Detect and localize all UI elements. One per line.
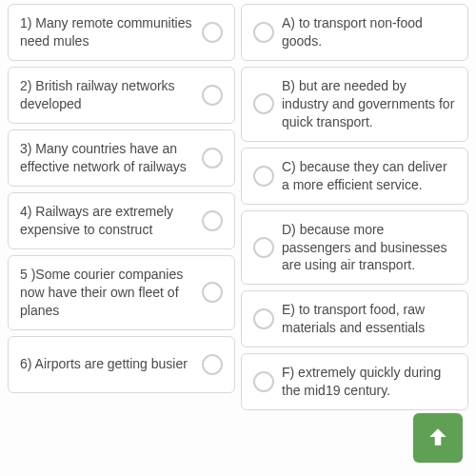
left-item-2: 2) British railway networks developed — [8, 67, 235, 124]
left-text: 5 )Some courier companies now have their… — [20, 266, 194, 320]
radio-left-2[interactable] — [202, 85, 223, 106]
radio-right-E[interactable] — [253, 308, 274, 329]
radio-right-F[interactable] — [253, 371, 274, 392]
radio-left-3[interactable] — [202, 148, 223, 169]
right-text: E) to transport food, raw materials and … — [282, 301, 456, 337]
right-item-B: B) but are needed by industry and govern… — [241, 67, 468, 142]
radio-right-C[interactable] — [253, 166, 274, 187]
right-text: F) extremely quickly during the mid19 ce… — [282, 364, 456, 400]
left-item-1: 1) Many remote communities need mules — [8, 4, 235, 61]
right-item-A: A) to transport non-food goods. — [241, 4, 468, 61]
right-item-E: E) to transport food, raw materials and … — [241, 290, 468, 347]
left-text: 1) Many remote communities need mules — [20, 14, 194, 50]
left-column: 1) Many remote communities need mules 2)… — [8, 4, 235, 410]
scroll-to-top-button[interactable] — [413, 413, 463, 463]
right-text: A) to transport non-food goods. — [282, 14, 456, 50]
right-item-F: F) extremely quickly during the mid19 ce… — [241, 353, 468, 410]
radio-right-B[interactable] — [253, 93, 274, 114]
radio-right-A[interactable] — [253, 22, 274, 43]
left-text: 4) Railways are extremely expensive to c… — [20, 203, 194, 239]
radio-left-5[interactable] — [202, 282, 223, 303]
left-item-5: 5 )Some courier companies now have their… — [8, 255, 235, 330]
left-item-3: 3) Many countries have an effective netw… — [8, 129, 235, 187]
right-column: A) to transport non-food goods. B) but a… — [241, 4, 468, 410]
right-text: C) because they can deliver a more effic… — [282, 158, 456, 194]
radio-left-6[interactable] — [202, 354, 223, 375]
radio-left-4[interactable] — [202, 210, 223, 231]
right-item-D: D) because more passengers and businesse… — [241, 210, 468, 286]
radio-right-D[interactable] — [253, 237, 274, 258]
right-text: B) but are needed by industry and govern… — [282, 77, 456, 131]
right-text: D) because more passengers and businesse… — [282, 221, 456, 275]
left-text: 2) British railway networks developed — [20, 77, 194, 113]
left-text: 3) Many countries have an effective netw… — [20, 140, 194, 176]
radio-left-1[interactable] — [202, 22, 223, 43]
left-text: 6) Airports are getting busier — [20, 355, 194, 373]
right-item-C: C) because they can deliver a more effic… — [241, 148, 468, 205]
left-item-6: 6) Airports are getting busier — [8, 336, 235, 393]
matching-exercise: 1) Many remote communities need mules 2)… — [0, 0, 476, 414]
left-item-4: 4) Railways are extremely expensive to c… — [8, 192, 235, 249]
arrow-up-icon — [426, 425, 450, 452]
